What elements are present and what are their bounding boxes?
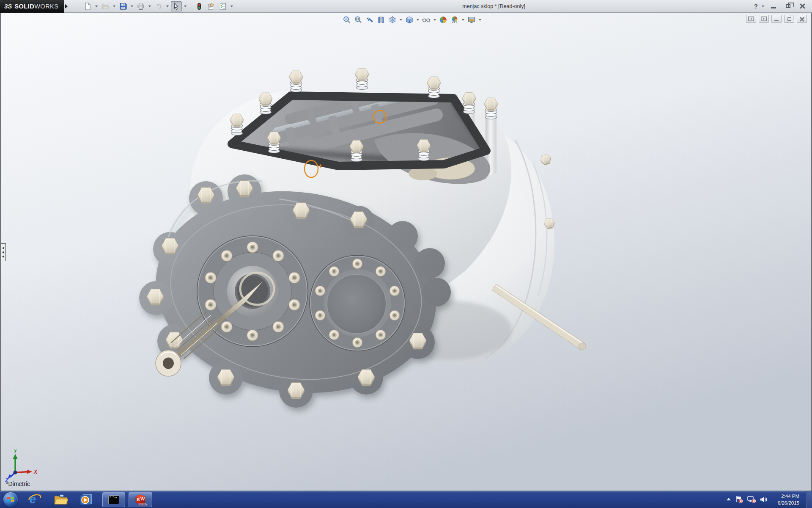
system-tray: 2:44 PM 6/26/2015 <box>726 491 812 508</box>
undo-dropdown[interactable] <box>165 1 170 11</box>
open-folder-icon <box>102 3 109 10</box>
bearing-flange-right[interactable] <box>310 255 405 351</box>
triad-origin <box>14 471 17 475</box>
start-button[interactable] <box>3 492 18 507</box>
new-document-icon <box>84 3 91 10</box>
undo-arrow-icon <box>155 3 162 10</box>
x-axis-arrow <box>27 470 32 474</box>
window-controls: ? <box>753 1 812 11</box>
view-settings-button[interactable] <box>466 15 477 25</box>
new-document-dropdown[interactable] <box>94 1 99 11</box>
hide-show-items-button[interactable] <box>421 15 431 25</box>
document-minimize-button[interactable] <box>771 15 782 23</box>
save-button[interactable] <box>118 1 129 11</box>
show-hidden-icons-button[interactable] <box>726 497 732 502</box>
taskbar-clock[interactable]: 2:44 PM 6/26/2015 <box>771 493 802 506</box>
zoom-to-fit-icon <box>343 16 351 24</box>
tile-right-button[interactable] <box>759 15 769 23</box>
options-checklist-icon <box>219 3 227 10</box>
heads-up-view-toolbar <box>342 14 482 26</box>
options-button[interactable] <box>217 1 228 11</box>
minimize-icon <box>771 7 776 8</box>
rebuild-button[interactable] <box>194 1 205 11</box>
clock-time: 2:44 PM <box>771 493 799 500</box>
restore-icon <box>786 4 790 8</box>
previous-view-icon <box>365 16 374 24</box>
network-disconnected-icon <box>747 496 756 503</box>
feature-manager-collapsed-tab[interactable] <box>1 243 6 261</box>
open-dropdown[interactable] <box>112 1 117 11</box>
tile-left-icon <box>748 17 754 21</box>
options-dropdown[interactable] <box>229 1 234 11</box>
select-button[interactable] <box>171 1 182 11</box>
zoom-to-fit-button[interactable] <box>342 15 352 25</box>
restore-button[interactable] <box>782 2 794 11</box>
show-desktop-button[interactable] <box>806 491 812 508</box>
clock-date: 6/26/2015 <box>771 500 799 506</box>
file-properties-icon <box>207 3 215 10</box>
close-icon <box>800 17 804 21</box>
taskbar-internet-explorer[interactable]: e <box>26 491 43 508</box>
apply-scene-button[interactable] <box>450 15 460 25</box>
view-settings-icon <box>467 16 476 24</box>
taskbar-media-player[interactable] <box>78 491 95 508</box>
tile-left-button[interactable] <box>746 15 756 23</box>
restore-icon <box>787 17 791 21</box>
help-button[interactable]: ? <box>753 3 759 10</box>
taskbar-windows-explorer[interactable] <box>52 491 69 508</box>
solidworks-logo[interactable]: 3S SOLIDWORKS <box>0 0 64 13</box>
file-properties-button[interactable] <box>206 1 217 11</box>
display-style-dropdown[interactable] <box>416 15 420 25</box>
view-settings-dropdown[interactable] <box>478 15 482 25</box>
save-floppy-icon <box>119 3 127 10</box>
minimize-button[interactable] <box>767 2 780 11</box>
view-orientation-button[interactable] <box>387 15 398 25</box>
volume-button[interactable] <box>760 496 768 503</box>
expand-arrow-icon <box>2 247 4 249</box>
apply-scene-dropdown[interactable] <box>461 15 465 25</box>
brand-text: SOLIDWORKS <box>14 3 58 10</box>
view-orientation-icon <box>388 16 397 24</box>
taskbar-solidworks[interactable]: S W 2015 <box>129 492 152 507</box>
speaker-icon <box>760 496 768 503</box>
appearance-ball-icon <box>439 16 447 24</box>
windows-taskbar: e C:\ S W 2015 <box>0 491 812 508</box>
open-button[interactable] <box>100 1 111 11</box>
view-orientation-dropdown[interactable] <box>399 15 403 25</box>
display-style-button[interactable] <box>404 15 414 25</box>
section-view-button[interactable] <box>376 15 386 25</box>
select-dropdown[interactable] <box>183 1 188 11</box>
document-close-button[interactable] <box>797 15 807 23</box>
graphics-area[interactable]: Y X Z *Dimetric <box>0 13 812 491</box>
save-dropdown[interactable] <box>129 1 134 11</box>
reference-triad[interactable]: Y X Z <box>4 450 41 484</box>
print-button[interactable] <box>135 1 146 11</box>
zoom-to-area-button[interactable] <box>353 15 363 25</box>
expand-arrow-icon <box>2 255 4 258</box>
document-restore-button[interactable] <box>784 15 794 23</box>
previous-view-button[interactable] <box>365 15 375 25</box>
hide-show-items-dropdown[interactable] <box>433 15 437 25</box>
select-cursor-icon <box>173 3 180 10</box>
expand-arrow-icon <box>2 251 4 254</box>
undo-button[interactable] <box>153 1 164 11</box>
gearbox-3d-model[interactable] <box>1 13 811 491</box>
help-dropdown[interactable] <box>760 1 765 11</box>
svg-text:W: W <box>140 496 145 501</box>
document-window-controls <box>746 15 807 23</box>
menu-flyout-arrow-icon[interactable] <box>65 4 68 8</box>
close-button[interactable] <box>796 2 809 11</box>
up-arrow-icon <box>726 497 732 502</box>
apply-scene-icon <box>450 16 459 24</box>
print-dropdown[interactable] <box>147 1 152 11</box>
standard-toolbar <box>82 1 234 11</box>
edit-appearance-button[interactable] <box>438 15 448 25</box>
taskbar-command-prompt[interactable]: C:\ <box>102 492 125 507</box>
network-status-button[interactable] <box>747 496 756 503</box>
svg-text:2015: 2015 <box>138 502 148 506</box>
internet-explorer-icon: e <box>28 493 41 506</box>
zoom-to-area-icon <box>354 16 362 24</box>
new-document-button[interactable] <box>82 1 93 11</box>
dassault-3s-mark: 3S <box>4 3 12 10</box>
action-center-button[interactable] <box>735 496 743 503</box>
